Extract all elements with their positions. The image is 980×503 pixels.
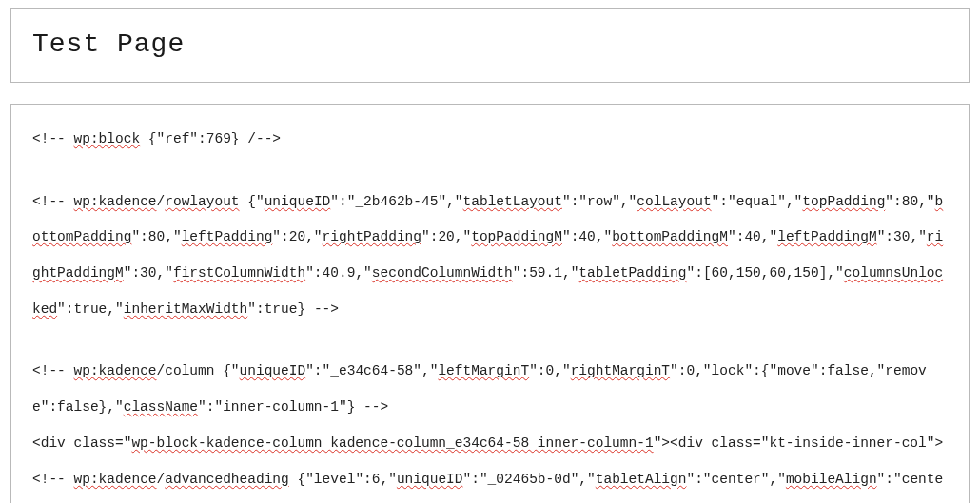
code-token: topPaddingM [471, 229, 562, 244]
code-block-2: <!-- wp:kadence/rowlayout {"uniqueID":"_… [32, 184, 948, 328]
code-text: ":true," [57, 301, 124, 317]
code-text: {" [240, 194, 265, 209]
code-text: ":[60,150,60,150]," [686, 265, 843, 281]
code-token: leftPaddingM [777, 229, 876, 244]
code-text: ":80," [131, 229, 181, 244]
code-token: mobileAlign [786, 472, 877, 487]
code-token: firstColumnWidth [173, 265, 305, 281]
code-text: ":"_e34c64-58"," [305, 363, 438, 378]
page-title: Test Page [32, 29, 948, 59]
code-text: {"level":6," [289, 472, 397, 487]
code-text: ":"inner-column-1"} --> [198, 399, 388, 415]
code-token: uniqueID [265, 194, 331, 209]
code-text: ":30," [124, 265, 173, 281]
code-text: <div class=" [32, 435, 131, 451]
code-text: ":40," [562, 229, 612, 244]
code-token: rightPadding [323, 229, 421, 244]
code-text: ":true} --> [247, 301, 339, 317]
code-block-4: <div class="wp-block-kadence-column kade… [32, 426, 948, 503]
code-token: topPadding [802, 194, 885, 209]
code-text: <!-- [32, 363, 74, 378]
code-text: / [157, 472, 166, 487]
title-card: Test Page [10, 8, 970, 83]
code-token: wp:kadence [74, 363, 157, 378]
code-token: inheritMaxWidth [124, 301, 248, 317]
code-text: ":80," [885, 194, 934, 209]
code-token: secondColumnWidth [372, 265, 513, 281]
code-text: <!-- [32, 131, 74, 146]
code-token: advancedheading [165, 472, 289, 487]
code-token: rightMarginT [571, 363, 670, 378]
code-token: tabletLayout [463, 194, 562, 209]
code-token: leftPadding [182, 229, 273, 244]
code-token: className [124, 399, 198, 415]
code-text: /column {" [157, 363, 240, 378]
code-token: wp:kadence [74, 472, 157, 487]
code-card: <!-- wp:block {"ref":769} /--> <!-- wp:k… [10, 104, 970, 503]
code-token: tabletAlign [596, 472, 687, 487]
code-text: ":20," [421, 229, 471, 244]
code-token: colLayout [637, 194, 711, 209]
code-text: ":40.9," [305, 265, 372, 281]
code-text: ":59.1," [513, 265, 579, 281]
code-block-1: <!-- wp:block {"ref":769} /--> [32, 122, 948, 158]
code-text: ":"equal"," [712, 194, 803, 209]
code-text: ":"center"," [686, 472, 785, 487]
code-text: / [157, 194, 166, 209]
code-text: ":"_2b462b-45"," [330, 194, 462, 209]
code-block-3: <!-- wp:kadence/column {"uniqueID":"_e34… [32, 354, 948, 425]
code-token: tabletPadding [578, 265, 686, 281]
code-token: bottomPaddingM [612, 229, 728, 244]
code-text: {"ref":769} /--> [140, 131, 281, 146]
code-token: wp-block-kadence-column kadence-column_e… [131, 435, 653, 451]
code-token: wp:block [74, 131, 141, 146]
code-token: wp:kadence [74, 194, 157, 209]
code-token: uniqueID [240, 363, 306, 378]
code-token: leftMarginT [438, 363, 529, 378]
code-text: ":"_02465b-0d"," [463, 472, 596, 487]
code-text: ":20," [272, 229, 322, 244]
code-text: ":40," [728, 229, 777, 244]
code-text: ":"row"," [562, 194, 637, 209]
code-text: ":30," [877, 229, 927, 244]
code-token: uniqueID [397, 472, 463, 487]
code-text: <!-- [32, 194, 74, 209]
code-token: rowlayout [165, 194, 239, 209]
code-text: ":0," [529, 363, 571, 378]
